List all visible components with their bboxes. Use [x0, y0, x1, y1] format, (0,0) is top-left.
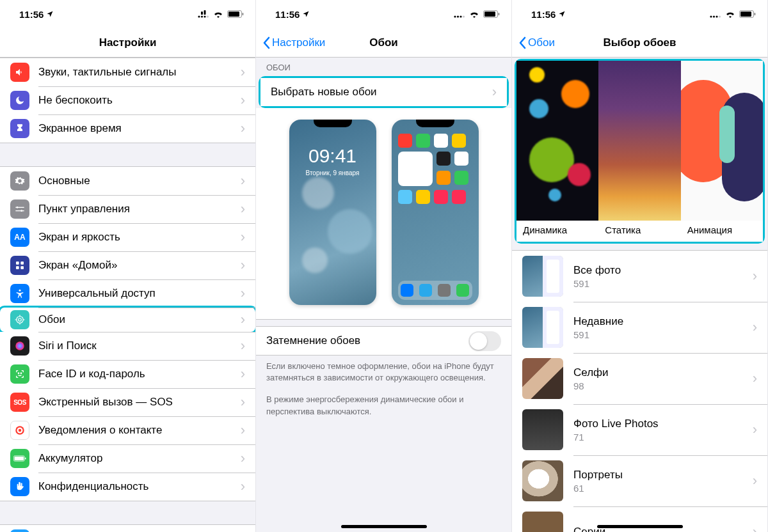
- svg-point-34: [460, 15, 461, 17]
- back-label: Обои: [528, 36, 555, 49]
- settings-row-grid[interactable]: Экран «Домой»›: [0, 251, 255, 279]
- choose-body[interactable]: Динамика Статика Анимация Все фото591›Не…: [512, 58, 767, 532]
- status-time: 11:56: [275, 9, 300, 20]
- album-row[interactable]: Портреты61›: [512, 455, 767, 506]
- album-row[interactable]: Серии›: [512, 506, 767, 532]
- sliders-icon: [10, 199, 29, 219]
- location-arrow-icon: [558, 10, 566, 18]
- settings-row-sos[interactable]: SOSЭкстренный вызов — SOS›: [0, 388, 255, 416]
- hand-icon: [10, 477, 29, 496]
- album-title: Недавние: [573, 315, 748, 328]
- settings-row-sliders[interactable]: Пункт управления›: [0, 195, 255, 223]
- faceid-icon: [10, 364, 29, 384]
- settings-row-label: Звуки, тактильные сигналы: [38, 66, 236, 79]
- settings-row-sound[interactable]: Звуки, тактильные сигналы›: [0, 58, 255, 86]
- status-time: 11:56: [531, 9, 556, 20]
- footer-text-1: Если включено темное оформление, обои на…: [256, 356, 511, 389]
- settings-row-faceid[interactable]: Face ID и код-пароль›: [0, 360, 255, 388]
- status-bar: 11:56: [256, 0, 511, 28]
- svg-point-33: [457, 15, 459, 17]
- choose-wallpaper-label: Выбрать новые обои: [271, 86, 487, 98]
- album-count: 71: [573, 432, 748, 442]
- album-thumbnail: [522, 358, 563, 399]
- type-live[interactable]: Анимация: [681, 61, 763, 242]
- type-dynamic[interactable]: Динамика: [516, 61, 598, 242]
- svg-point-41: [716, 15, 717, 17]
- album-title: Фото Live Photos: [573, 418, 748, 430]
- wallpaper-type-row: Динамика Статика Анимация: [516, 61, 763, 242]
- settings-row-appstore[interactable]: App Store›: [0, 525, 255, 532]
- svg-rect-38: [499, 13, 500, 15]
- settings-row-AA[interactable]: AAЭкран и яркость›: [0, 223, 255, 251]
- wallpaper-body[interactable]: ОБОИ Выбрать новые обои › 09:41 Вторник,…: [256, 58, 511, 532]
- chevron-right-icon: ›: [241, 65, 245, 79]
- wifi-icon: [725, 10, 735, 18]
- settings-row-label: Аккумулятор: [38, 452, 236, 465]
- chevron-right-icon: ›: [241, 230, 245, 244]
- lock-date: Вторник, 9 января: [289, 169, 376, 176]
- settings-body[interactable]: Звуки, тактильные сигналы›Не беспокоить›…: [0, 58, 255, 532]
- album-row[interactable]: Все фото591›: [512, 251, 767, 302]
- chevron-right-icon: ›: [241, 174, 245, 188]
- settings-row-accessibility[interactable]: Универсальный доступ›: [0, 279, 255, 308]
- nav-bar: Обои Выбор обоев: [512, 28, 767, 58]
- wallpaper-icon: [10, 310, 29, 329]
- album-row[interactable]: Селфи98›: [512, 353, 767, 404]
- dim-wallpaper-switch[interactable]: [468, 331, 501, 351]
- battery-icon: [739, 10, 756, 18]
- settings-row-moon[interactable]: Не беспокоить›: [0, 86, 255, 114]
- home-indicator[interactable]: [341, 525, 427, 528]
- page-title: Настройки: [0, 36, 255, 49]
- chevron-right-icon: ›: [753, 320, 757, 334]
- chevron-right-icon: ›: [753, 474, 757, 488]
- chevron-right-icon: ›: [241, 395, 245, 409]
- battery-icon: [483, 10, 500, 18]
- album-row[interactable]: Недавние591›: [512, 302, 767, 353]
- battery-icon: [227, 10, 244, 18]
- svg-point-21: [18, 373, 19, 373]
- album-thumbnail: [522, 512, 563, 532]
- svg-rect-10: [15, 207, 24, 208]
- settings-row-label: Экстренный вызов — SOS: [38, 396, 236, 409]
- location-arrow-icon: [302, 10, 310, 18]
- grid-icon: [10, 256, 29, 275]
- album-count: 591: [573, 329, 748, 340]
- settings-row-gear[interactable]: Основные›: [0, 167, 255, 195]
- albums-list: Все фото591›Недавние591›Селфи98›Фото Liv…: [512, 250, 767, 532]
- home-indicator[interactable]: [597, 525, 683, 528]
- album-thumbnail: [522, 307, 563, 348]
- type-dynamic-label: Динамика: [516, 221, 598, 242]
- chevron-right-icon: ›: [241, 121, 245, 136]
- dim-wallpaper-cell[interactable]: Затемнение обоев: [256, 327, 511, 355]
- svg-point-35: [463, 15, 465, 17]
- section-header: ОБОИ: [256, 58, 511, 76]
- settings-row-battery[interactable]: Аккумулятор›: [0, 444, 255, 473]
- settings-row-hand[interactable]: Конфиденциальность›: [0, 473, 255, 501]
- lockscreen-preview[interactable]: 09:41 Вторник, 9 января: [289, 120, 376, 305]
- back-button[interactable]: Настройки: [262, 36, 325, 49]
- settings-row-contact-alert[interactable]: Уведомления о контакте›: [0, 416, 255, 444]
- svg-rect-15: [16, 266, 19, 269]
- back-button[interactable]: Обои: [518, 36, 555, 49]
- back-label: Настройки: [272, 36, 325, 49]
- settings-row-siri[interactable]: Siri и Поиск›: [0, 332, 255, 360]
- svg-rect-45: [755, 13, 756, 15]
- svg-rect-44: [740, 12, 751, 17]
- svg-point-1: [201, 15, 203, 17]
- settings-row-hourglass[interactable]: Экранное время›: [0, 114, 255, 143]
- homescreen-preview[interactable]: [392, 120, 479, 305]
- settings-row-label: Обои: [38, 313, 236, 326]
- svg-point-18: [19, 318, 22, 322]
- type-static[interactable]: Статика: [598, 61, 680, 242]
- settings-row-label: Экранное время: [38, 122, 236, 135]
- album-row[interactable]: Фото Live Photos71›: [512, 404, 767, 455]
- appstore-icon: [10, 529, 29, 532]
- chevron-right-icon: ›: [492, 85, 497, 99]
- settings-row-label: Не беспокоить: [38, 94, 236, 107]
- settings-row-label: Пункт управления: [38, 203, 236, 215]
- choose-wallpaper-cell[interactable]: Выбрать новые обои ›: [260, 78, 507, 106]
- nav-bar: Настройки: [0, 28, 255, 58]
- chevron-right-icon: ›: [241, 339, 245, 353]
- settings-row-wallpaper[interactable]: Обои›: [0, 306, 255, 334]
- lock-clock: 09:41: [289, 145, 376, 167]
